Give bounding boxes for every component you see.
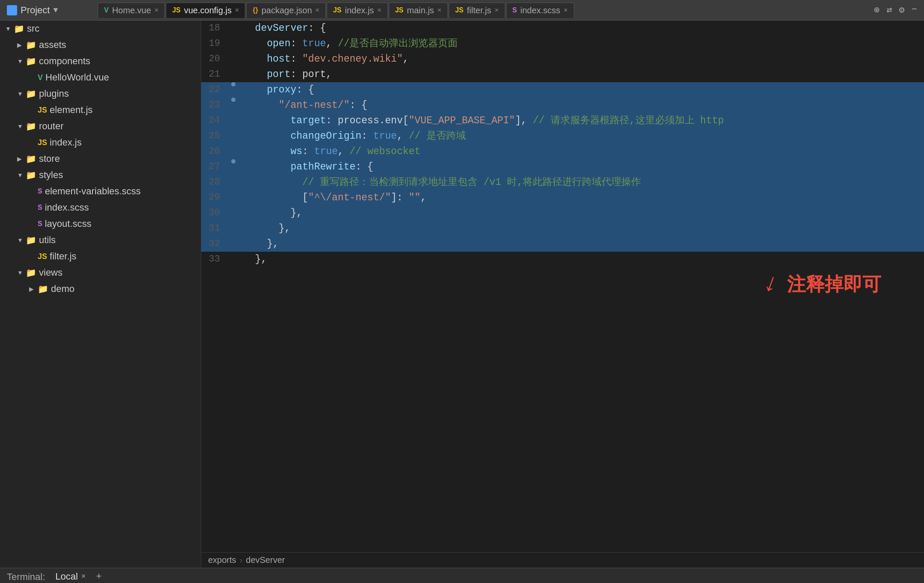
line-code-29: ["^\/ant-nest/"]: "", xyxy=(240,190,924,205)
line-code-22: proxy: { xyxy=(240,82,924,98)
tab-vue-config-js[interactable]: JSvue.config.js× xyxy=(166,3,245,18)
minimize-icon[interactable]: − xyxy=(912,4,917,16)
tree-item-15[interactable]: ▼📁views xyxy=(0,265,201,281)
main-layout: ▼📁src▶📁assets▼📁componentsVHelloWorld.vue… xyxy=(0,21,924,568)
code-line-18: 18 devServer: { xyxy=(201,21,924,36)
tree-item-0[interactable]: ▼📁src xyxy=(0,21,201,37)
tree-item-4[interactable]: ▼📁plugins xyxy=(0,86,201,102)
tree-item-14[interactable]: JSfilter.js xyxy=(0,248,201,265)
code-line-30: 30 }, xyxy=(201,205,924,221)
terminal-tab-local[interactable]: Local × xyxy=(55,568,86,583)
js-icon-7: JS xyxy=(38,138,47,147)
line-num-26: 26 xyxy=(201,144,227,159)
tab-close-main-js[interactable]: × xyxy=(438,6,441,14)
tab-close-vue-config-js[interactable]: × xyxy=(235,6,239,14)
folder-arrow-4: ▼ xyxy=(17,90,26,97)
globe-icon[interactable]: ⊕ xyxy=(874,4,879,16)
file-tree: ▼📁src▶📁assets▼📁componentsVHelloWorld.vue… xyxy=(0,21,201,568)
line-code-25: changeOrigin: true, // 是否跨域 xyxy=(240,128,924,144)
tree-item-9[interactable]: ▼📁styles xyxy=(0,167,201,183)
line-num-30: 30 xyxy=(201,205,227,221)
tab-label-home-vue: Home.vue xyxy=(112,6,151,15)
line-num-20: 20 xyxy=(201,51,227,67)
tab-close-home-vue[interactable]: × xyxy=(155,6,158,14)
tree-item-7[interactable]: JSindex.js xyxy=(0,134,201,151)
tree-item-3[interactable]: VHelloWorld.vue xyxy=(0,69,201,86)
line-num-25: 25 xyxy=(201,128,227,144)
tree-item-11[interactable]: Sindex.scss xyxy=(0,199,201,216)
tree-item-8[interactable]: ▶📁store xyxy=(0,151,201,167)
tree-label-13: utils xyxy=(39,235,56,246)
tab-icon-home-vue: V xyxy=(104,6,109,14)
tree-item-6[interactable]: ▼📁router xyxy=(0,118,201,134)
title-bar: Project ▼ VHome.vue×JSvue.config.js×{}pa… xyxy=(0,0,924,21)
tab-icon-main-js: JS xyxy=(395,6,404,14)
editor-area: 18 devServer: { 19 open: true, //是否自动弹出浏… xyxy=(201,21,924,568)
editor-tabs: VHome.vue×JSvue.config.js×{}package.json… xyxy=(98,3,869,18)
folder-arrow-8: ▶ xyxy=(17,155,26,162)
line-num-21: 21 xyxy=(201,67,227,82)
tab-package-json[interactable]: {}package.json× xyxy=(246,3,326,18)
js-icon-5: JS xyxy=(38,106,47,115)
project-title: Project xyxy=(21,5,50,16)
tree-item-5[interactable]: JSelement.js xyxy=(0,102,201,118)
tree-label-2: components xyxy=(39,56,90,67)
tab-home-vue[interactable]: VHome.vue× xyxy=(98,3,165,18)
line-code-18: devServer: { xyxy=(240,21,924,36)
folder-icon-8: 📁 xyxy=(26,154,36,164)
tab-icon-package-json: {} xyxy=(253,6,258,14)
line-code-31: }, xyxy=(240,221,924,236)
terminal-tabs: Terminal: Local × + xyxy=(0,568,924,583)
tab-close-filter-js[interactable]: × xyxy=(495,6,498,14)
sync-icon[interactable]: ⇄ xyxy=(886,4,892,16)
project-icon xyxy=(7,5,17,15)
line-code-24: target: process.env["VUE_APP_BASE_API"],… xyxy=(240,113,924,128)
terminal-add-button[interactable]: + xyxy=(96,571,101,582)
tab-close-index-js[interactable]: × xyxy=(377,6,381,14)
tree-label-4: plugins xyxy=(39,88,69,99)
tab-icon-filter-js: JS xyxy=(455,6,464,14)
tree-item-10[interactable]: Selement-variables.scss xyxy=(0,183,201,199)
gutter-27 xyxy=(227,159,240,164)
code-line-20: 20 host: "dev.cheney.wiki", xyxy=(201,51,924,67)
folder-icon-6: 📁 xyxy=(26,121,36,131)
tab-filter-js[interactable]: JSfilter.js× xyxy=(449,3,505,18)
tab-icon-index-scss: S xyxy=(513,6,517,14)
tab-index-js[interactable]: JSindex.js× xyxy=(327,3,388,18)
terminal-label: Terminal: xyxy=(7,571,45,583)
tree-item-12[interactable]: Slayout.scss xyxy=(0,216,201,232)
title-bar-actions: ⊕ ⇄ ⚙ − xyxy=(874,4,917,16)
line-num-18: 18 xyxy=(201,21,227,36)
breadcrumb-exports: exports xyxy=(208,555,236,565)
breadcrumb-devserver: devServer xyxy=(246,555,285,565)
tab-main-js[interactable]: JSmain.js× xyxy=(389,3,448,18)
tab-index-scss[interactable]: Sindex.scss× xyxy=(506,3,574,18)
tree-label-0: src xyxy=(27,23,39,34)
line-num-32: 32 xyxy=(201,236,227,252)
tree-label-16: demo xyxy=(51,283,75,294)
tree-item-13[interactable]: ▼📁utils xyxy=(0,232,201,248)
tree-item-2[interactable]: ▼📁components xyxy=(0,53,201,69)
terminal-tab-close[interactable]: × xyxy=(81,572,86,581)
folder-icon-15: 📁 xyxy=(26,268,36,278)
tab-icon-vue-config-js: JS xyxy=(172,6,181,14)
tree-label-11: index.scss xyxy=(45,202,89,213)
folder-icon-16: 📁 xyxy=(38,284,48,294)
folder-icon-4: 📁 xyxy=(26,89,36,99)
tree-label-9: styles xyxy=(39,170,63,181)
line-code-32: }, xyxy=(240,236,924,252)
title-bar-project: Project ▼ xyxy=(7,5,92,16)
line-code-19: open: true, //是否自动弹出浏览器页面 xyxy=(240,36,924,51)
code-line-19: 19 open: true, //是否自动弹出浏览器页面 xyxy=(201,36,924,51)
folder-arrow-9: ▼ xyxy=(17,172,26,178)
tab-close-package-json[interactable]: × xyxy=(316,6,319,14)
line-code-28: // 重写路径：当检测到请求地址里包含 /v1 时,将此路径进行跨域代理操作 xyxy=(240,175,924,190)
terminal-tab-label: Local xyxy=(55,571,78,582)
folder-icon-2: 📁 xyxy=(26,56,36,66)
tree-item-16[interactable]: ▶📁demo xyxy=(0,281,201,297)
settings-icon[interactable]: ⚙ xyxy=(899,4,905,16)
tree-item-1[interactable]: ▶📁assets xyxy=(0,37,201,53)
project-dropdown-icon[interactable]: ▼ xyxy=(53,6,58,15)
line-num-33: 33 xyxy=(201,252,227,267)
tab-close-index-scss[interactable]: × xyxy=(564,6,568,14)
